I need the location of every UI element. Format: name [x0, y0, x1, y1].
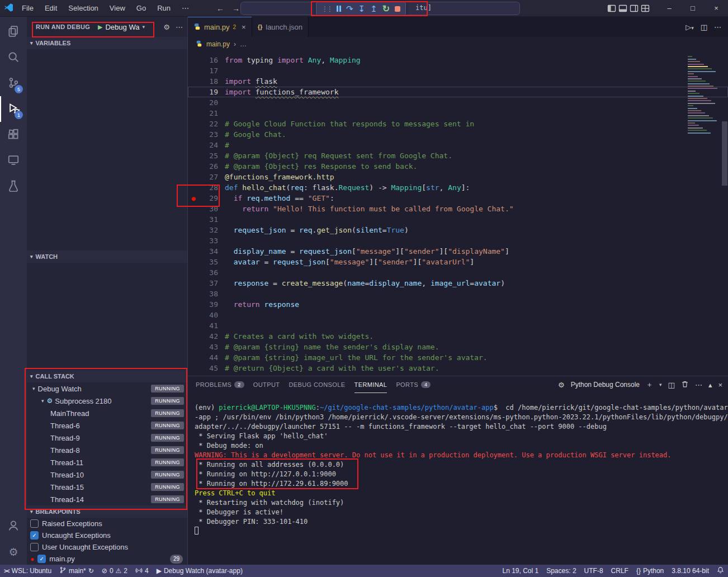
code-line[interactable]: 19import functions_framework: [188, 87, 728, 97]
call-stack-row[interactable]: Thread-8RUNNING: [27, 444, 187, 456]
call-stack-row[interactable]: Thread-9RUNNING: [27, 432, 187, 444]
code-line[interactable]: 34 display_name = request_json["message"…: [188, 246, 728, 257]
restart-button[interactable]: ↻: [382, 4, 390, 13]
sidebar-more-icon[interactable]: ⋯: [176, 23, 183, 31]
code-line[interactable]: 41: [188, 320, 728, 331]
code-line[interactable]: 44# @param {string} image_url the URL fo…: [188, 352, 728, 363]
breakpoint-row[interactable]: ●✓main.py29: [27, 553, 187, 565]
notifications-bell[interactable]: [713, 565, 728, 577]
pause-button[interactable]: [337, 6, 341, 12]
sidebar-item-source-control[interactable]: 5: [0, 70, 27, 96]
python-interpreter[interactable]: 3.8.10 64-bit: [668, 565, 713, 577]
minimap[interactable]: [686, 55, 719, 139]
menu-run[interactable]: Run: [152, 2, 176, 14]
sidebar-item-testing[interactable]: [0, 173, 27, 199]
code-line[interactable]: ●29 if req.method == "GET":: [188, 193, 728, 204]
code-line[interactable]: 45# @return {Object} a card with the use…: [188, 363, 728, 373]
call-stack-row[interactable]: Thread-11RUNNING: [27, 456, 187, 469]
indentation[interactable]: Spaces: 2: [542, 565, 580, 577]
code-line[interactable]: 24#: [188, 140, 728, 150]
terminal-dropdown-icon[interactable]: ▾: [659, 382, 662, 387]
code-line[interactable]: 33: [188, 235, 728, 246]
code-line[interactable]: 39 return response: [188, 299, 728, 310]
panel-tab-problems[interactable]: PROBLEMS2: [196, 376, 244, 393]
code-line[interactable]: 35 avatar = request_json["message"]["sen…: [188, 257, 728, 267]
remote-indicator[interactable]: >< WSL: Ubuntu: [0, 565, 55, 577]
code-line[interactable]: 25# @param {Object} req Request sent fro…: [188, 150, 728, 161]
split-terminal-icon[interactable]: ◫: [668, 381, 675, 389]
sidebar-item-explorer[interactable]: [0, 19, 27, 45]
sidebar-item-run-debug[interactable]: 1: [0, 96, 27, 122]
call-stack-row[interactable]: ▾⚙Subprocess 2180RUNNING: [27, 395, 187, 407]
debug-settings-gear-icon[interactable]: ⚙: [163, 23, 170, 31]
code-line[interactable]: 26# @param {Object} res Response to send…: [188, 161, 728, 172]
step-into-button[interactable]: ↧: [358, 4, 366, 13]
editor-scrollbar[interactable]: [722, 121, 727, 186]
code-line[interactable]: 28def hello_chat(req: flask.Request) -> …: [188, 182, 728, 193]
breakpoint-checkbox[interactable]: ✓: [37, 555, 46, 563]
minimize-button[interactable]: –: [658, 0, 681, 17]
toggle-sidebar-icon[interactable]: [607, 4, 616, 13]
panel-tab-ports[interactable]: PORTS4: [396, 376, 431, 393]
code-line[interactable]: 32 request_json = req.get_json(silent=Tr…: [188, 225, 728, 235]
step-out-button[interactable]: ↥: [370, 4, 377, 13]
code-line[interactable]: 22# Google Cloud Function that responds …: [188, 119, 728, 129]
drag-handle-icon[interactable]: ⋮⋮: [322, 5, 332, 13]
code-line[interactable]: 37 response = create_message(name=displa…: [188, 278, 728, 288]
new-terminal-icon[interactable]: ＋: [646, 380, 653, 390]
terminal-shell-name[interactable]: Python Debug Console: [571, 381, 640, 389]
stop-button[interactable]: [395, 6, 400, 12]
start-debug-icon[interactable]: ▶: [98, 23, 102, 31]
close-panel-icon[interactable]: ×: [718, 381, 722, 389]
terminal[interactable]: (env) pierrick@LAPTOP-HKU5PNNG:~/git/goo…: [188, 393, 728, 565]
settings-button[interactable]: ⚙: [0, 539, 27, 565]
account-button[interactable]: [0, 513, 27, 539]
close-window-button[interactable]: ×: [705, 0, 728, 17]
call-stack-row[interactable]: Thread-6RUNNING: [27, 419, 187, 432]
encoding[interactable]: UTF-8: [580, 565, 607, 577]
code-line[interactable]: 27@functions_framework.http: [188, 172, 728, 182]
forwarded-ports[interactable]: 4: [131, 565, 153, 577]
sidebar-item-remote-explorer[interactable]: [0, 148, 27, 173]
section-watch[interactable]: ▾ WATCH: [27, 250, 187, 263]
customize-layout-icon[interactable]: [641, 4, 650, 13]
code-line[interactable]: 23# Google Chat.: [188, 129, 728, 140]
code-editor[interactable]: 16from typing import Any, Mapping1718imp…: [188, 51, 728, 376]
panel-tab-output[interactable]: OUTPUT: [253, 376, 280, 393]
code-line[interactable]: 43# @param {string} name the sender's di…: [188, 342, 728, 352]
tab-launch-json[interactable]: {} launch.json: [252, 17, 309, 37]
toggle-secondary-sidebar-icon[interactable]: [630, 4, 639, 13]
debug-config-dropdown[interactable]: ▶ Debug Wa ▾: [94, 22, 148, 32]
code-line[interactable]: 42# Creates a card with two widgets.: [188, 331, 728, 342]
menu-edit[interactable]: Edit: [40, 2, 62, 14]
section-call-stack[interactable]: ▾ CALL STACK: [27, 370, 187, 382]
editor-more-icon[interactable]: ⋯: [714, 23, 721, 31]
code-line[interactable]: 21: [188, 108, 728, 119]
breadcrumb-more[interactable]: …: [240, 40, 247, 48]
section-variables[interactable]: ▾ VARIABLES: [27, 37, 187, 49]
toggle-panel-icon[interactable]: [618, 4, 627, 13]
breadcrumb-file[interactable]: main.py: [206, 40, 230, 48]
split-editor-icon[interactable]: ◫: [701, 23, 707, 31]
code-line[interactable]: 18import flask: [188, 76, 728, 87]
terminal-gear-icon[interactable]: ⚙: [558, 381, 565, 389]
breakpoint-checkbox[interactable]: ✓: [30, 531, 39, 540]
maximize-button[interactable]: □: [681, 0, 705, 17]
breakpoint-dot[interactable]: ●: [188, 195, 199, 202]
cursor-position[interactable]: Ln 19, Col 1: [498, 565, 542, 577]
panel-more-icon[interactable]: ⋯: [695, 381, 702, 389]
menu-selection[interactable]: Selection: [63, 2, 103, 14]
panel-tab-terminal[interactable]: TERMINAL: [354, 376, 387, 393]
menu-more[interactable]: ⋯: [177, 2, 194, 14]
call-stack-row[interactable]: ▾Debug WatchRUNNING: [27, 382, 187, 395]
code-line[interactable]: 31: [188, 214, 728, 225]
nav-back-icon[interactable]: ←: [216, 4, 224, 13]
tab-main-py[interactable]: main.py 2 ×: [188, 17, 252, 37]
language-mode[interactable]: {} Python: [632, 565, 668, 577]
panel-tab-debug-console[interactable]: DEBUG CONSOLE: [289, 376, 345, 393]
menu-go[interactable]: Go: [131, 2, 151, 14]
breakpoint-row[interactable]: ✓Uncaught Exceptions: [27, 529, 187, 541]
code-line[interactable]: 40: [188, 310, 728, 320]
code-line[interactable]: 36: [188, 267, 728, 278]
code-line[interactable]: 17: [188, 65, 728, 76]
